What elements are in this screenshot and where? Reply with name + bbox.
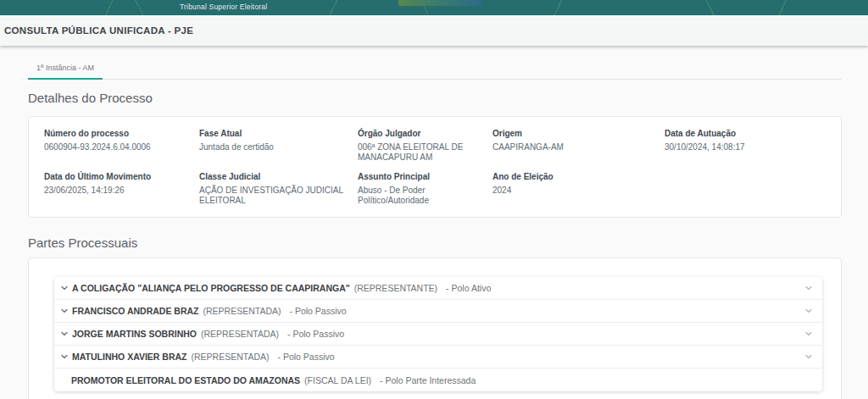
party-name: PROMOTOR ELEITORAL DO ESTADO DO AMAZONAS bbox=[71, 375, 300, 385]
party-polo: - Polo Parte Interessada bbox=[380, 375, 476, 385]
chevron-down-icon[interactable] bbox=[59, 306, 70, 316]
party-name: FRANCISCO ANDRADE BRAZ bbox=[72, 306, 199, 316]
field-label: Data de Autuação bbox=[665, 128, 834, 139]
field-value: 0600904-93.2024.6.04.0006 bbox=[44, 142, 192, 152]
field-value: Juntada de certidão bbox=[199, 142, 351, 152]
field-value: Abuso - De Poder Político/Autoridade bbox=[358, 186, 486, 206]
party-row-jorge[interactable]: JORGE MARTINS SOBRINHO (REPRESENTADA) - … bbox=[54, 323, 822, 346]
field-value: AÇÃO DE INVESTIGAÇÃO JUDICIAL ELEITORAL bbox=[199, 186, 351, 206]
party-role: (FISCAL DA LEI) bbox=[304, 375, 371, 385]
details-grid: Número do processo 0600904-93.2024.6.04.… bbox=[44, 128, 841, 214]
field-label: Órgão Julgador bbox=[358, 128, 486, 139]
app-bar: CONSULTA PÚBLICA UNIFICADA - PJE bbox=[0, 15, 868, 46]
field-label: Assunto Principal bbox=[358, 171, 486, 182]
field-value: 23/06/2025, 14:19:26 bbox=[44, 186, 192, 196]
party-row-promotor: PROMOTOR ELEITORAL DO ESTADO DO AMAZONAS… bbox=[54, 369, 822, 391]
field-value: 006ª ZONA ELEITORAL DE MANACAPURU AM bbox=[358, 142, 486, 163]
party-row-matulinho[interactable]: MATULINHO XAVIER BRAZ (REPRESENTADA) - P… bbox=[54, 346, 822, 369]
party-name: A COLIGAÇÃO "ALIANÇA PELO PROGRESSO DE C… bbox=[72, 283, 350, 293]
party-list: A COLIGAÇÃO "ALIANÇA PELO PROGRESSO DE C… bbox=[54, 277, 822, 391]
chevron-down-icon[interactable] bbox=[804, 283, 814, 293]
chevron-down-icon[interactable] bbox=[804, 352, 814, 362]
field-fase-atual: Fase Atual Juntada de certidão bbox=[199, 128, 358, 163]
field-orgao-julgador: Órgão Julgador 006ª ZONA ELEITORAL DE MA… bbox=[358, 128, 492, 163]
field-label: Classe Judicial bbox=[199, 171, 351, 182]
page-title: CONSULTA PÚBLICA UNIFICADA - PJE bbox=[4, 25, 193, 36]
party-name: MATULINHO XAVIER BRAZ bbox=[72, 352, 187, 362]
tab-bar: 1ª Instância - AM bbox=[28, 58, 842, 80]
party-polo: - Polo Passivo bbox=[278, 352, 335, 362]
field-assunto-principal: Assunto Principal Abuso - De Poder Polít… bbox=[358, 171, 492, 206]
party-polo: - Polo Passivo bbox=[287, 329, 344, 339]
party-role: (REPRESENTADA) bbox=[203, 306, 281, 316]
chevron-down-icon[interactable] bbox=[59, 283, 70, 293]
party-name: JORGE MARTINS SOBRINHO bbox=[72, 329, 197, 339]
field-value: 30/10/2024, 14:08:17 bbox=[665, 142, 834, 152]
party-role: (REPRESENTADA) bbox=[192, 352, 270, 362]
field-label: Número do processo bbox=[44, 128, 192, 139]
chevron-down-icon[interactable] bbox=[804, 306, 814, 316]
party-polo: - Polo Ativo bbox=[446, 283, 491, 293]
field-label: Data do Último Movimento bbox=[44, 171, 192, 182]
party-role: (REPRESENTANTE) bbox=[354, 283, 437, 293]
parties-heading: Partes Processuais bbox=[28, 236, 842, 250]
field-data-autuacao: Data de Autuação 30/10/2024, 14:08:17 bbox=[665, 128, 841, 163]
tab-label: 1ª Instância - AM bbox=[36, 64, 94, 72]
party-row-coligacao[interactable]: A COLIGAÇÃO "ALIANÇA PELO PROGRESSO DE C… bbox=[54, 277, 822, 300]
header-title: Tribunal Superior Eleitoral bbox=[180, 3, 267, 11]
chevron-down-icon[interactable] bbox=[59, 352, 70, 362]
justica-eleitoral-logo bbox=[398, 0, 481, 6]
tab-instancia-am[interactable]: 1ª Instância - AM bbox=[28, 64, 103, 80]
field-value: CAAPIRANGA-AM bbox=[492, 142, 658, 152]
field-numero-processo: Número do processo 0600904-93.2024.6.04.… bbox=[44, 128, 199, 163]
parties-card: A COLIGAÇÃO "ALIANÇA PELO PROGRESSO DE C… bbox=[28, 258, 842, 399]
field-classe-judicial: Classe Judicial AÇÃO DE INVESTIGAÇÃO JUD… bbox=[199, 171, 358, 206]
field-ano-eleicao: Ano de Eleição 2024 bbox=[492, 171, 665, 206]
tse-header: Tribunal Superior Eleitoral bbox=[0, 0, 868, 15]
field-label: Ano de Eleição bbox=[492, 171, 658, 182]
field-data-ultimo-movimento: Data do Último Movimento 23/06/2025, 14:… bbox=[44, 171, 199, 206]
details-heading: Detalhes do Processo bbox=[28, 91, 842, 105]
chevron-down-icon[interactable] bbox=[804, 329, 814, 339]
content: 1ª Instância - AM Detalhes do Processo N… bbox=[0, 58, 868, 399]
field-label: Fase Atual bbox=[199, 128, 351, 139]
party-role: (REPRESENTADA) bbox=[201, 329, 279, 339]
chevron-down-icon[interactable] bbox=[59, 329, 70, 339]
field-origem: Origem CAAPIRANGA-AM bbox=[492, 128, 665, 163]
details-card: Número do processo 0600904-93.2024.6.04.… bbox=[28, 116, 842, 218]
field-label: Origem bbox=[492, 128, 658, 139]
field-value: 2024 bbox=[492, 186, 658, 196]
party-row-francisco[interactable]: FRANCISCO ANDRADE BRAZ (REPRESENTADA) - … bbox=[54, 300, 822, 323]
party-polo: - Polo Passivo bbox=[290, 306, 347, 316]
